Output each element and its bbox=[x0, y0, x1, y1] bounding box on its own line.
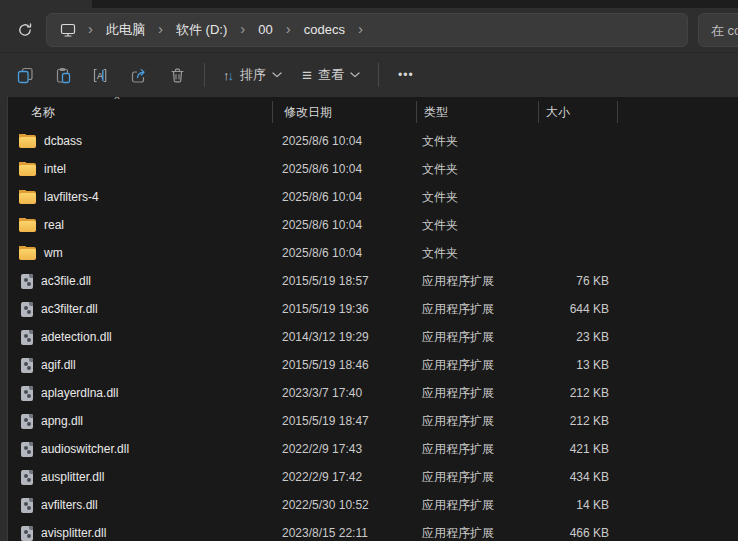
column-header-filler bbox=[618, 101, 738, 123]
file-type: 文件夹 bbox=[417, 245, 539, 262]
sort-button[interactable]: ↑↓ 排序 bbox=[213, 57, 292, 93]
breadcrumb-item[interactable]: codecs bbox=[300, 20, 349, 39]
file-name: ac3file.dll bbox=[41, 274, 91, 288]
more-ellipsis-icon: ••• bbox=[398, 68, 414, 82]
share-button[interactable] bbox=[120, 57, 158, 93]
file-type: 应用程序扩展 bbox=[417, 469, 539, 486]
file-name: avfilters.dll bbox=[41, 498, 98, 512]
view-lines-icon: ≡ bbox=[302, 67, 312, 84]
file-row[interactable]: avfilters.dll 2022/5/30 10:52 应用程序扩展 14 … bbox=[8, 491, 738, 519]
folder-icon bbox=[19, 218, 36, 232]
paste-button[interactable] bbox=[44, 57, 82, 93]
file-row[interactable]: intel 2025/8/6 10:04 文件夹 bbox=[8, 155, 738, 183]
folder-icon bbox=[19, 246, 36, 260]
file-date-modified: 2025/8/6 10:04 bbox=[273, 190, 417, 204]
file-row[interactable]: ac3file.dll 2015/5/19 18:57 应用程序扩展 76 KB bbox=[8, 267, 738, 295]
file-row[interactable]: apng.dll 2015/5/19 18:47 应用程序扩展 212 KB bbox=[8, 407, 738, 435]
file-row[interactable]: lavfilters-4 2025/8/6 10:04 文件夹 bbox=[8, 183, 738, 211]
file-name: ausplitter.dll bbox=[41, 470, 104, 484]
file-size: 466 KB bbox=[539, 526, 618, 540]
refresh-icon bbox=[17, 22, 33, 38]
file-size: 13 KB bbox=[539, 358, 618, 372]
chevron-down-icon bbox=[350, 72, 360, 78]
dll-file-icon bbox=[21, 274, 33, 289]
search-box bbox=[698, 13, 738, 47]
pane-splitter[interactable] bbox=[0, 97, 8, 541]
file-name: dcbass bbox=[44, 134, 82, 148]
column-header-type[interactable]: 类型 bbox=[417, 101, 539, 123]
file-row[interactable]: ac3filter.dll 2015/5/19 19:36 应用程序扩展 644… bbox=[8, 295, 738, 323]
file-name: lavfilters-4 bbox=[44, 190, 99, 204]
file-row[interactable]: ausplitter.dll 2022/2/9 17:42 应用程序扩展 434… bbox=[8, 463, 738, 491]
rename-button[interactable]: A bbox=[82, 57, 120, 93]
file-date-modified: 2022/2/9 17:42 bbox=[273, 470, 417, 484]
file-type: 应用程序扩展 bbox=[417, 357, 539, 374]
file-date-modified: 2022/5/30 10:52 bbox=[273, 498, 417, 512]
column-header-size[interactable]: 大小 bbox=[539, 101, 618, 123]
file-type: 应用程序扩展 bbox=[417, 329, 539, 346]
file-type: 应用程序扩展 bbox=[417, 441, 539, 458]
sort-arrows-icon: ↑↓ bbox=[223, 68, 232, 83]
file-row[interactable]: adetection.dll 2014/3/12 19:29 应用程序扩展 23… bbox=[8, 323, 738, 351]
more-options-button[interactable]: ••• bbox=[387, 57, 425, 93]
file-type: 文件夹 bbox=[417, 133, 539, 150]
navigation-bar: ›此电脑›软件 (D:)›00›codecs› bbox=[0, 8, 738, 52]
file-list-pane: 名称 修改日期 类型 大小 ^ dcbass 2025/8/6 10:04 文件… bbox=[8, 97, 738, 541]
file-row[interactable]: avisplitter.dll 2023/8/15 22:11 应用程序扩展 4… bbox=[8, 519, 738, 541]
column-header-date-modified[interactable]: 修改日期 bbox=[273, 101, 417, 123]
toolbar-separator bbox=[378, 63, 379, 87]
file-row[interactable]: aplayerdlna.dll 2023/3/7 17:40 应用程序扩展 21… bbox=[8, 379, 738, 407]
file-row[interactable]: wm 2025/8/6 10:04 文件夹 bbox=[8, 239, 738, 267]
file-size: 434 KB bbox=[539, 470, 618, 484]
file-rows: dcbass 2025/8/6 10:04 文件夹 intel 2025/8/6… bbox=[8, 127, 738, 541]
delete-button[interactable] bbox=[158, 57, 196, 93]
folder-icon bbox=[19, 190, 36, 204]
file-type: 应用程序扩展 bbox=[417, 497, 539, 514]
dll-file-icon bbox=[21, 358, 33, 373]
file-date-modified: 2025/8/6 10:04 bbox=[273, 218, 417, 232]
file-date-modified: 2025/8/6 10:04 bbox=[273, 246, 417, 260]
command-toolbar: A ↑↓ 排序 ≡ bbox=[0, 52, 738, 97]
breadcrumb-chevron-icon: › bbox=[286, 20, 291, 37]
file-name: wm bbox=[44, 246, 63, 260]
view-button[interactable]: ≡ 查看 bbox=[292, 57, 370, 93]
file-size: 421 KB bbox=[539, 442, 618, 456]
sort-ascending-indicator: ^ bbox=[114, 97, 120, 106]
file-name: audioswitcher.dll bbox=[41, 442, 129, 456]
file-type: 文件夹 bbox=[417, 217, 539, 234]
file-row[interactable]: real 2025/8/6 10:04 文件夹 bbox=[8, 211, 738, 239]
computer-icon bbox=[59, 22, 77, 38]
breadcrumb: ›此电脑›软件 (D:)›00›codecs› bbox=[79, 21, 372, 39]
column-header-name[interactable]: 名称 bbox=[8, 101, 273, 123]
file-date-modified: 2015/5/19 18:47 bbox=[273, 414, 417, 428]
file-date-modified: 2015/5/19 18:57 bbox=[273, 274, 417, 288]
file-name: aplayerdlna.dll bbox=[41, 386, 118, 400]
search-input[interactable] bbox=[699, 14, 738, 46]
sort-label: 排序 bbox=[240, 66, 266, 84]
copy-button[interactable] bbox=[6, 57, 44, 93]
folder-icon bbox=[19, 162, 36, 176]
breadcrumb-item[interactable]: 00 bbox=[254, 20, 276, 39]
breadcrumb-item[interactable]: 此电脑 bbox=[102, 20, 149, 39]
file-row[interactable]: dcbass 2025/8/6 10:04 文件夹 bbox=[8, 127, 738, 155]
file-name: intel bbox=[44, 162, 66, 176]
file-name: agif.dll bbox=[41, 358, 76, 372]
file-name: adetection.dll bbox=[41, 330, 112, 344]
file-size: 23 KB bbox=[539, 330, 618, 344]
breadcrumb-chevron-icon[interactable]: › bbox=[358, 20, 363, 37]
file-row[interactable]: agif.dll 2015/5/19 18:46 应用程序扩展 13 KB bbox=[8, 351, 738, 379]
file-date-modified: 2015/5/19 18:46 bbox=[273, 358, 417, 372]
breadcrumb-item[interactable]: 软件 (D:) bbox=[172, 20, 231, 39]
file-type: 文件夹 bbox=[417, 161, 539, 178]
breadcrumb-chevron-icon: › bbox=[88, 20, 93, 37]
file-name: real bbox=[44, 218, 64, 232]
file-name: ac3filter.dll bbox=[41, 302, 98, 316]
refresh-button[interactable] bbox=[8, 13, 42, 47]
toolbar-separator bbox=[204, 63, 205, 87]
file-date-modified: 2014/3/12 19:29 bbox=[273, 330, 417, 344]
address-bar[interactable]: ›此电脑›软件 (D:)›00›codecs› bbox=[46, 13, 688, 47]
paste-icon bbox=[55, 67, 72, 84]
file-type: 文件夹 bbox=[417, 189, 539, 206]
copy-icon bbox=[17, 67, 34, 84]
file-row[interactable]: audioswitcher.dll 2022/2/9 17:43 应用程序扩展 … bbox=[8, 435, 738, 463]
